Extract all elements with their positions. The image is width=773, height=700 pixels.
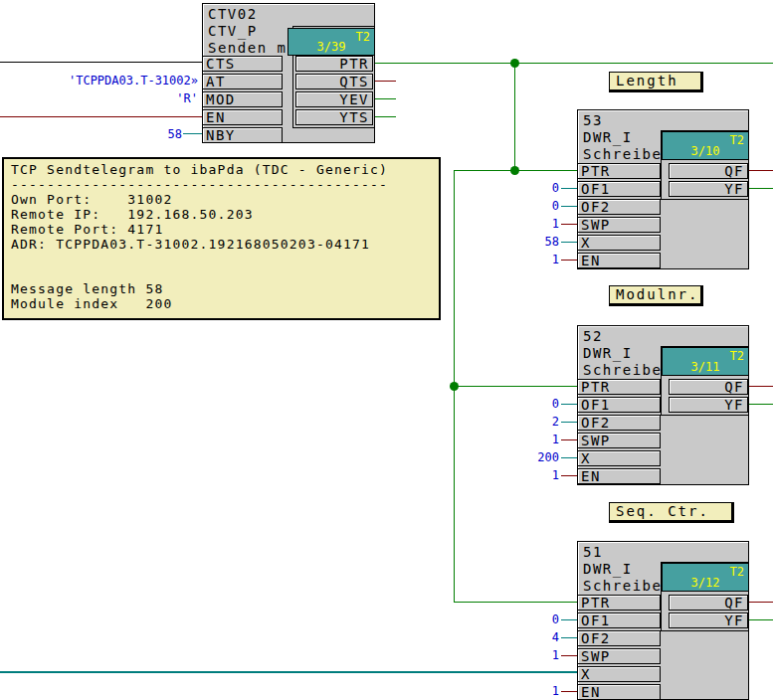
value-52-x[interactable]: 200	[515, 449, 559, 465]
wire-53-en-stub	[561, 260, 577, 261]
value-53-swp[interactable]: 1	[515, 216, 559, 232]
block-id: 52	[583, 328, 603, 344]
pin-of2[interactable]: OF2	[577, 199, 661, 215]
function-block-ctv02[interactable]: CTV02 CTV_P Senden m T2 3/39 CTS AT MOD …	[202, 3, 375, 143]
pin-qts[interactable]: QTS	[295, 74, 373, 89]
pin-x[interactable]: X	[577, 666, 661, 682]
wire-53-of2-stub	[561, 206, 577, 207]
wire-52-x-stub	[561, 457, 577, 458]
wire-yts-output	[375, 116, 396, 117]
value-51-of2[interactable]: 4	[515, 629, 559, 645]
pin-qf[interactable]: QF	[669, 379, 748, 395]
wire-53-of1-stub	[561, 188, 577, 189]
pin-ptr[interactable]: PTR	[295, 56, 373, 72]
junction-dot-top	[510, 59, 519, 68]
value-53-x[interactable]: 58	[515, 234, 559, 250]
task-position: 3/39	[289, 40, 374, 54]
value-51-en[interactable]: 1	[515, 683, 559, 699]
pin-yf[interactable]: YF	[669, 397, 748, 413]
value-51-of1[interactable]: 0	[515, 612, 559, 627]
pin-of2[interactable]: OF2	[577, 630, 661, 646]
junction-dot-block52	[450, 382, 459, 391]
wire-qts-output	[375, 81, 396, 82]
block-type: CTV_P	[208, 23, 258, 39]
pin-swp[interactable]: SWP	[577, 433, 661, 448]
pin-swp[interactable]: SWP	[577, 217, 661, 233]
function-block-51[interactable]: 51 DWR_I Schreibe T2 3/12 PTR OF1 OF2 SW…	[577, 541, 749, 700]
pin-ptr[interactable]: PTR	[577, 595, 661, 611]
value-53-of1[interactable]: 0	[515, 180, 559, 196]
wire-52-of1-stub	[561, 404, 577, 405]
value-51-swp[interactable]: 1	[515, 647, 559, 663]
junction-dot-block53	[510, 166, 519, 175]
value-nby[interactable]: 58	[138, 126, 182, 142]
wire-51-qf-output	[749, 602, 773, 603]
label-length[interactable]: Length	[609, 72, 703, 92]
label-seq-ctr[interactable]: Seq. Ctr.	[609, 502, 734, 523]
pin-yev[interactable]: YEV	[295, 91, 373, 107]
value-52-en[interactable]: 1	[515, 467, 559, 483]
block-comment: Senden m	[208, 40, 287, 56]
pin-qf[interactable]: QF	[669, 595, 748, 611]
value-53-en[interactable]: 1	[515, 252, 559, 267]
value-52-of1[interactable]: 0	[515, 396, 559, 412]
pin-mod[interactable]: MOD	[202, 91, 283, 107]
value-52-swp[interactable]: 1	[515, 432, 559, 447]
task-badge[interactable]: T2 3/11	[662, 347, 749, 376]
pin-en[interactable]: EN	[202, 109, 283, 125]
wire-ptr-to-block51	[454, 602, 577, 603]
function-block-52[interactable]: 52 DWR_I Schreibe T2 3/11 PTR OF1 OF2 SW…	[577, 325, 749, 485]
wire-53-qf-output	[749, 170, 773, 171]
pin-nby[interactable]: NBY	[202, 127, 283, 143]
pin-ptr[interactable]: PTR	[577, 379, 661, 395]
value-52-of2[interactable]: 2	[515, 414, 559, 430]
wire-yev-output	[375, 98, 396, 99]
block-id: 51	[583, 544, 603, 560]
pin-en[interactable]: EN	[577, 684, 661, 700]
label-modulnr[interactable]: Modulnr.	[609, 285, 703, 306]
block-comment: Schreibe	[583, 146, 662, 162]
block-comment: Schreibe	[583, 362, 662, 378]
value-at[interactable]: 'TCPPDA03.T-31002»	[19, 73, 198, 88]
pin-cts[interactable]: CTS	[202, 56, 283, 72]
block-id: CTV02	[208, 6, 258, 22]
block-id: 53	[583, 112, 603, 128]
pin-of1[interactable]: OF1	[577, 612, 661, 628]
task-badge[interactable]: T2 3/12	[662, 563, 749, 592]
wire-52-yf-output	[749, 404, 773, 405]
pin-x[interactable]: X	[577, 235, 661, 251]
wire-51-of1-stub	[561, 619, 577, 620]
pin-of2[interactable]: OF2	[577, 415, 661, 431]
task-position: 3/12	[663, 576, 748, 590]
task-badge[interactable]: T2 3/39	[288, 28, 375, 56]
wire-nby-stub	[183, 133, 202, 134]
wire-51-swp-stub	[561, 655, 577, 656]
block-type: DWR_I	[583, 129, 633, 145]
pin-at[interactable]: AT	[202, 74, 283, 89]
pin-ptr[interactable]: PTR	[577, 163, 661, 179]
pin-x[interactable]: X	[577, 450, 661, 466]
pin-yf[interactable]: YF	[669, 612, 748, 628]
wire-ptr-to-block52	[454, 386, 577, 387]
pin-swp[interactable]: SWP	[577, 648, 661, 664]
pin-of1[interactable]: OF1	[577, 397, 661, 413]
value-mod[interactable]: 'R'	[19, 90, 198, 106]
pin-yts[interactable]: YTS	[295, 109, 373, 125]
wire-x-input-block51	[0, 671, 577, 673]
value-53-of2[interactable]: 0	[515, 198, 559, 214]
wire-53-yf-output	[749, 188, 773, 189]
pin-en[interactable]: EN	[577, 253, 661, 268]
cfc-diagram-canvas: CTV02 CTV_P Senden m T2 3/39 CTS AT MOD …	[0, 0, 773, 700]
wire-ptr-bus-top	[375, 63, 773, 64]
task-position: 3/10	[663, 144, 748, 158]
pin-qf[interactable]: QF	[669, 163, 748, 179]
comment-box[interactable]: TCP Sendtelegram to ibaPda (TDC - Generi…	[2, 157, 441, 320]
wire-52-en-stub	[561, 475, 577, 476]
pin-en[interactable]: EN	[577, 468, 661, 484]
task-position: 3/11	[663, 360, 748, 374]
pin-yf[interactable]: YF	[669, 181, 748, 197]
function-block-53[interactable]: 53 DWR_I Schreibe T2 3/10 PTR OF1 OF2 SW…	[577, 109, 749, 269]
task-badge[interactable]: T2 3/10	[662, 131, 749, 160]
pin-of1[interactable]: OF1	[577, 181, 661, 197]
block-type: DWR_I	[583, 561, 633, 577]
